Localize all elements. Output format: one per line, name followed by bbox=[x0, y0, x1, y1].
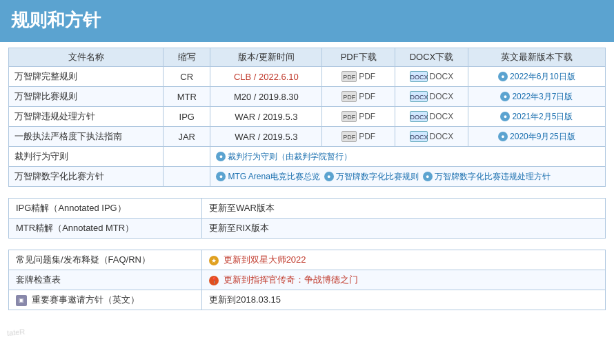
table-row: 一般执法严格度下执法指南 JAR WAR / 2019.5.3 PDF PDF … bbox=[9, 127, 606, 147]
table-row: 万智牌比赛规则 MTR M20 / 2019.8.30 PDF PDF DOCX… bbox=[9, 87, 606, 107]
pdf-icon: PDF bbox=[341, 71, 357, 82]
table-row: 常见问题集/发布释疑（FAQ/RN） ★ 更新到双星大师2022 bbox=[9, 250, 606, 270]
cell-abbr: JAR bbox=[164, 127, 210, 147]
cell-abbr bbox=[164, 167, 210, 187]
annotated-label: IPG精解（Annotated IPG） bbox=[9, 199, 202, 219]
docx-link[interactable]: DOCX DOCX bbox=[410, 111, 454, 122]
col-header-pdf: PDF下载 bbox=[322, 48, 395, 67]
cell-version: WAR / 2019.5.3 bbox=[210, 127, 322, 147]
cell-judgement-link: ● 裁判行为守则（由裁判学院暂行） bbox=[210, 147, 606, 167]
docx-icon: DOCX bbox=[410, 91, 428, 102]
pdf-label: PDF bbox=[359, 112, 375, 121]
cell-pdf: PDF PDF bbox=[322, 107, 395, 127]
page-title: 规则和方针 bbox=[11, 10, 101, 30]
cell-version: CLB / 2022.6.10 bbox=[210, 67, 322, 87]
docx-label: DOCX bbox=[430, 72, 454, 81]
en-label: 2022年3月7日版 bbox=[512, 91, 573, 103]
cell-docx: DOCX DOCX bbox=[395, 107, 468, 127]
annotated-label: MTR精解（Annotated MTR） bbox=[9, 219, 202, 239]
cell-pdf: PDF PDF bbox=[322, 67, 395, 87]
digital-link-label-1: MTG Arena电竞比赛总览 bbox=[228, 171, 319, 183]
faq-label: ▣ 重要赛事邀请方针（英文） bbox=[9, 290, 202, 310]
cell-english: ● 2021年2月5日版 bbox=[468, 107, 605, 127]
globe-icon: ● bbox=[498, 132, 508, 141]
cell-filename: 万智牌违规处理方针 bbox=[9, 107, 164, 127]
judgement-label: 裁判行为守则（由裁判学院暂行） bbox=[228, 151, 352, 163]
table-row: 万智牌数字化比赛方针 ● MTG Arena电竞比赛总览 ● 万智牌数字化比赛规… bbox=[9, 167, 606, 187]
cell-docx: DOCX DOCX bbox=[395, 87, 468, 107]
digital-link-3[interactable]: ● 万智牌数字化比赛违规处理方针 bbox=[423, 171, 551, 183]
judgement-link[interactable]: ● 裁判行为守则（由裁判学院暂行） bbox=[216, 151, 352, 163]
docx-icon: DOCX bbox=[410, 111, 428, 122]
pdf-link[interactable]: PDF PDF bbox=[341, 111, 375, 122]
table-row: 裁判行为守则 ● 裁判行为守则（由裁判学院暂行） bbox=[9, 147, 606, 167]
pdf-icon: PDF bbox=[341, 131, 357, 142]
globe-icon: ● bbox=[423, 172, 433, 181]
header: 规则和方针 bbox=[0, 0, 614, 42]
cell-filename: 万智牌比赛规则 bbox=[9, 87, 164, 107]
cell-abbr: CR bbox=[164, 67, 210, 87]
pdf-label: PDF bbox=[359, 72, 375, 81]
cell-abbr: IPG bbox=[164, 107, 210, 127]
english-link[interactable]: ● 2022年3月7日版 bbox=[500, 91, 573, 103]
pdf-link[interactable]: PDF PDF bbox=[341, 131, 375, 142]
en-label: 2021年2月5日版 bbox=[512, 111, 573, 123]
faq-value: 📍 更新到指挥官传奇：争战博德之门 bbox=[202, 270, 606, 290]
col-header-abbr: 缩写 bbox=[164, 48, 210, 67]
pdf-icon: PDF bbox=[341, 111, 357, 122]
faq-link[interactable]: 更新到双星大师2022 bbox=[224, 254, 306, 265]
annotated-value: 更新至RIX版本 bbox=[202, 219, 606, 239]
english-link[interactable]: ● 2021年2月5日版 bbox=[500, 111, 573, 123]
cell-version: WAR / 2019.5.3 bbox=[210, 107, 322, 127]
cell-docx: DOCX DOCX bbox=[395, 67, 468, 87]
english-link[interactable]: ● 2022年6月10日版 bbox=[498, 71, 575, 83]
annotated-table: IPG精解（Annotated IPG） 更新至WAR版本 MTR精解（Anno… bbox=[8, 198, 606, 239]
english-link[interactable]: ● 2020年9月25日版 bbox=[498, 131, 575, 143]
faq-value: 更新到2018.03.15 bbox=[202, 290, 606, 310]
docx-label: DOCX bbox=[430, 112, 454, 121]
digital-link-2[interactable]: ● 万智牌数字化比赛规则 bbox=[324, 171, 419, 183]
pdf-link[interactable]: PDF PDF bbox=[341, 71, 375, 82]
col-header-version: 版本/更新时间 bbox=[210, 48, 322, 67]
version-link[interactable]: CLB / 2022.6.10 bbox=[234, 72, 299, 82]
digital-link-label-3: 万智牌数字化比赛违规处理方针 bbox=[435, 171, 551, 183]
docx-link[interactable]: DOCX DOCX bbox=[410, 131, 454, 142]
docx-icon: DOCX bbox=[410, 71, 428, 82]
table-row: MTR精解（Annotated MTR） 更新至RIX版本 bbox=[9, 219, 606, 239]
pdf-link[interactable]: PDF PDF bbox=[341, 91, 375, 102]
main-table: 文件名称 缩写 版本/更新时间 PDF下载 DOCX下载 英文最新版本下载 万智… bbox=[8, 48, 606, 187]
cell-pdf: PDF PDF bbox=[322, 87, 395, 107]
globe-icon: ● bbox=[498, 72, 508, 81]
digital-link-label-2: 万智牌数字化比赛规则 bbox=[336, 171, 419, 183]
docx-link[interactable]: DOCX DOCX bbox=[410, 71, 454, 82]
en-label: 2022年6月10日版 bbox=[510, 71, 575, 83]
docx-link[interactable]: DOCX DOCX bbox=[410, 91, 454, 102]
en-label: 2020年9月25日版 bbox=[510, 131, 575, 143]
faq-link-2[interactable]: 更新到指挥官传奇：争战博德之门 bbox=[224, 274, 358, 285]
table-row: 万智牌违规处理方针 IPG WAR / 2019.5.3 PDF PDF DOC… bbox=[9, 107, 606, 127]
faq-label: 套牌检查表 bbox=[9, 270, 202, 290]
col-header-english: 英文最新版本下载 bbox=[468, 48, 605, 67]
globe-icon: ● bbox=[216, 172, 226, 181]
col-header-filename: 文件名称 bbox=[9, 48, 164, 67]
cell-digital-links: ● MTG Arena电竞比赛总览 ● 万智牌数字化比赛规则 ● 万智牌数字化比… bbox=[210, 167, 606, 187]
cell-docx: DOCX DOCX bbox=[395, 127, 468, 147]
pdf-label: PDF bbox=[359, 132, 375, 141]
cell-abbr bbox=[164, 147, 210, 167]
faq-value: ★ 更新到双星大师2022 bbox=[202, 250, 606, 270]
cell-english: ● 2020年9月25日版 bbox=[468, 127, 605, 147]
cell-english: ● 2022年3月7日版 bbox=[468, 87, 605, 107]
globe-icon: ● bbox=[216, 152, 226, 161]
col-header-docx: DOCX下载 bbox=[395, 48, 468, 67]
table-row: ▣ 重要赛事邀请方针（英文） 更新到2018.03.15 bbox=[9, 290, 606, 310]
cell-version: M20 / 2019.8.30 bbox=[210, 87, 322, 107]
faq-icon: ★ bbox=[209, 256, 219, 265]
globe-icon: ● bbox=[500, 92, 510, 101]
table-row: IPG精解（Annotated IPG） 更新至WAR版本 bbox=[9, 199, 606, 219]
cell-filename: 万智牌数字化比赛方针 bbox=[9, 167, 164, 187]
digital-link-1[interactable]: ● MTG Arena电竞比赛总览 bbox=[216, 171, 319, 183]
cell-abbr: MTR bbox=[164, 87, 210, 107]
cell-filename: 万智牌完整规则 bbox=[9, 67, 164, 87]
table-row: 套牌检查表 📍 更新到指挥官传奇：争战博德之门 bbox=[9, 270, 606, 290]
pin-icon: 📍 bbox=[209, 276, 219, 285]
